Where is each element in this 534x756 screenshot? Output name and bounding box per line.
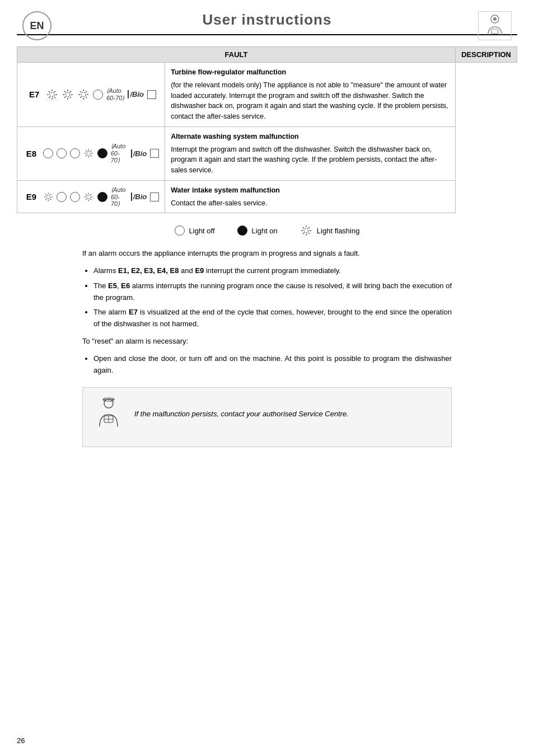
e8-bio: /Bio — [131, 149, 147, 158]
description-header: DESCRIPTION — [456, 47, 517, 63]
svg-line-18 — [64, 91, 65, 92]
legend-flashing-icon — [300, 224, 312, 237]
table-row: E8 — [17, 126, 517, 180]
e7-bio: /Bio — [128, 90, 144, 98]
fault-code-e7: E7 — [26, 90, 43, 99]
e8-icon3 — [70, 148, 80, 158]
warning-text: If the malfunction persists, contact you… — [134, 408, 349, 420]
e9-icon4 — [83, 191, 93, 203]
e8-description: Alternate washing system malfunction Int… — [165, 126, 456, 180]
fault-code-e8: E8 — [23, 149, 40, 158]
svg-point-22 — [81, 92, 86, 97]
list-item: The E5, E6 alarms interrupts the running… — [93, 280, 452, 304]
reset-bullets-list: Open and close the door, or turn off and… — [93, 353, 452, 377]
legend-light-on: Light on — [237, 226, 278, 236]
table-row: E7 — [17, 63, 517, 127]
page: EN User instructions FAULT DESCRIPTION — [0, 0, 534, 756]
svg-line-10 — [54, 91, 55, 92]
e7-icon3 — [77, 88, 90, 101]
svg-line-19 — [70, 97, 71, 98]
svg-point-58 — [304, 228, 308, 233]
e9-fault-icons: E9 — [23, 186, 159, 208]
header: EN User instructions — [17, 11, 517, 35]
technician-icon — [92, 396, 125, 429]
e9-description: Water intake system malfunction Contact … — [165, 180, 456, 213]
e7-icon2 — [62, 88, 74, 101]
svg-line-47 — [50, 194, 51, 195]
legend-off-icon — [175, 226, 185, 236]
svg-line-63 — [303, 227, 304, 228]
svg-line-20 — [70, 91, 71, 92]
logo-icon — [484, 13, 506, 38]
e9-bio: /Bio — [131, 192, 147, 201]
svg-point-2 — [493, 17, 496, 21]
svg-line-39 — [86, 156, 87, 157]
e9-icon1 — [43, 191, 53, 203]
e9-thermo: ⟨Auto60-70⟩ — [111, 186, 128, 208]
svg-line-28 — [86, 97, 87, 98]
svg-line-46 — [50, 199, 51, 200]
page-number: 26 — [17, 736, 25, 745]
table-row: E9 — [17, 180, 517, 213]
e8-checkbox — [150, 149, 159, 158]
list-item: Alarms E1, E2, E3, E4, E8 and E9 interru… — [93, 265, 452, 277]
svg-point-13 — [65, 92, 70, 97]
svg-line-29 — [86, 91, 87, 92]
e7-checkbox — [147, 90, 156, 99]
svg-point-31 — [87, 152, 91, 156]
e8-icon2 — [57, 148, 67, 158]
fault-table: FAULT DESCRIPTION E7 — [17, 46, 517, 213]
legend-light-flashing: Light flashing — [300, 224, 360, 237]
e9-icon5 — [97, 192, 107, 202]
svg-line-64 — [308, 233, 310, 234]
e7-fault-icons: E7 — [23, 87, 159, 102]
warning-icon — [92, 396, 125, 439]
svg-line-57 — [86, 199, 87, 200]
svg-point-67 — [104, 399, 113, 408]
e9-icon2 — [57, 192, 67, 202]
description-section: If an alarm occurs the appliance interru… — [77, 248, 457, 447]
svg-line-54 — [86, 194, 87, 195]
svg-point-3 — [50, 92, 54, 97]
e7-thermo: ⟨Auto60-70⟩ — [106, 87, 124, 102]
fault-header: FAULT — [17, 47, 456, 63]
e8-icon5 — [97, 148, 107, 158]
e9-icon3 — [70, 192, 80, 202]
fault-code-e9: E9 — [23, 192, 40, 201]
svg-point-49 — [87, 195, 91, 199]
reset-intro: To "reset" an alarm is necessary: — [82, 336, 452, 348]
alarm-bullets-list: Alarms E1, E2, E3, E4, E8 and E9 interru… — [93, 265, 452, 330]
e8-icon1 — [43, 148, 53, 158]
legend-on-icon — [237, 226, 247, 236]
e8-thermo: ⟨Auto60-70⟩ — [111, 143, 128, 164]
svg-point-40 — [46, 195, 50, 199]
svg-line-65 — [308, 227, 310, 228]
legend-row: Light off Light on Light flashing — [17, 224, 517, 237]
warning-box: If the malfunction persists, contact you… — [82, 387, 452, 447]
intro-text: If an alarm occurs the appliance interru… — [82, 248, 452, 260]
svg-line-9 — [54, 97, 55, 98]
svg-line-55 — [91, 199, 92, 200]
svg-line-56 — [91, 194, 92, 195]
svg-line-11 — [49, 97, 50, 98]
e9-checkbox — [150, 192, 159, 201]
svg-line-48 — [45, 199, 46, 200]
e8-icon4 — [83, 148, 94, 159]
list-item: Open and close the door, or turn off and… — [93, 353, 452, 377]
e7-description: Turbine flow-regulator malfunction (for … — [165, 63, 456, 127]
brand-logo — [478, 11, 512, 40]
language-badge: EN — [22, 11, 51, 40]
e7-icon4 — [93, 90, 103, 100]
svg-line-66 — [303, 233, 304, 234]
svg-line-37 — [91, 156, 92, 157]
svg-line-38 — [91, 151, 92, 152]
svg-line-27 — [80, 91, 81, 92]
svg-line-21 — [64, 97, 65, 98]
page-title: User instructions — [203, 11, 332, 29]
svg-line-8 — [49, 91, 50, 92]
svg-rect-1 — [491, 29, 498, 34]
list-item: The alarm E7 is visualized at the end of… — [93, 307, 452, 330]
e8-fault-icons: E8 — [23, 143, 159, 164]
legend-light-off: Light off — [175, 226, 215, 236]
svg-line-45 — [45, 194, 46, 195]
